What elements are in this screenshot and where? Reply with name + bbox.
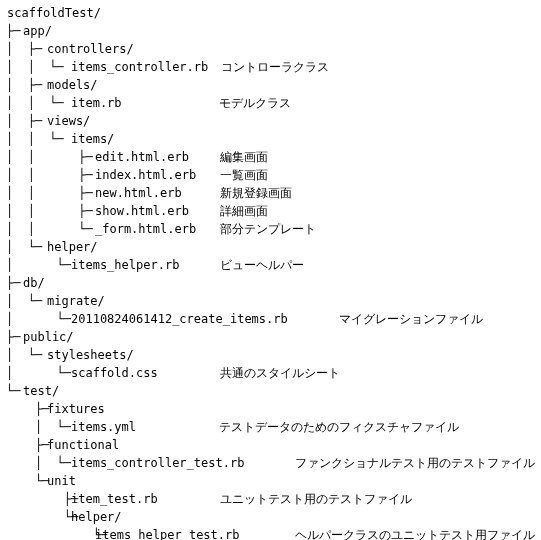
tree-row: │ ├─views/ xyxy=(6,112,535,130)
tree-row: │ │ ├─show.html.erb詳細画面 xyxy=(6,202,535,220)
tree-row: │ └─20110824061412_create_items.rbマイグレーシ… xyxy=(6,310,535,328)
tree-row: └─helper/ xyxy=(6,508,535,526)
tree-row: │ └─helper/ xyxy=(6,238,535,256)
tree-node-name: scaffold.css xyxy=(70,364,158,382)
tree-row: │ └─stylesheets/ xyxy=(6,346,535,364)
tree-node-name: app/ xyxy=(22,22,52,40)
tree-node-name: item.rb xyxy=(70,94,122,112)
tree-guides: └─ xyxy=(6,508,70,526)
tree-guides: ├─ xyxy=(6,490,70,508)
tree-node-name: test/ xyxy=(22,382,59,400)
tree-guides: │ └─ xyxy=(6,364,70,382)
tree-row: │ │ └─items/ xyxy=(6,130,535,148)
tree-node-name: fixtures xyxy=(46,400,105,418)
tree-guides: │ └─ xyxy=(6,418,70,436)
tree-node-name: controllers/ xyxy=(46,40,134,58)
tree-node-name: 20110824061412_create_items.rb xyxy=(70,310,288,328)
tree-node-description: ファンクショナルテスト用のテストファイル xyxy=(295,454,535,472)
tree-row: └─test/ xyxy=(6,382,535,400)
tree-node-name: new.html.erb xyxy=(94,184,182,202)
tree-guides: ├─ xyxy=(6,274,22,292)
tree-row: │ ├─models/ xyxy=(6,76,535,94)
tree-guides: │ │ ├─ xyxy=(6,184,94,202)
tree-row: │ └─items.ymlテストデータのためのフィクスチャファイル xyxy=(6,418,535,436)
tree-node-description: ビューヘルパー xyxy=(220,256,304,274)
tree-node-name: migrate/ xyxy=(46,292,105,310)
tree-guides: ├─ xyxy=(6,22,22,40)
tree-node-name: item_test.rb xyxy=(70,490,158,508)
tree-node-name: stylesheets/ xyxy=(46,346,134,364)
tree-guides: │ ├─ xyxy=(6,76,46,94)
tree-node-description: テストデータのためのフィクスチャファイル xyxy=(219,418,459,436)
tree-guides: ├─ xyxy=(6,400,46,418)
tree-node-name: items_controller_test.rb xyxy=(70,454,244,472)
tree-guides: └─ xyxy=(6,472,46,490)
tree-node-name: db/ xyxy=(22,274,45,292)
tree-guides: │ │ ├─ xyxy=(6,202,94,220)
tree-node-name: scaffoldTest/ xyxy=(6,4,101,22)
tree-node-description: ヘルパークラスのユニットテスト用ファイル xyxy=(295,526,535,540)
tree-node-description: 一覧画面 xyxy=(220,166,268,184)
tree-guides: │ │ ├─ xyxy=(6,148,94,166)
tree-row: └─unit xyxy=(6,472,535,490)
tree-guides: │ └─ xyxy=(6,454,70,472)
tree-row: │ │ ├─new.html.erb新規登録画面 xyxy=(6,184,535,202)
tree-row: │ └─scaffold.css共通のスタイルシート xyxy=(6,364,535,382)
tree-guides: ├─ xyxy=(6,436,46,454)
tree-row: │ │ ├─index.html.erb一覧画面 xyxy=(6,166,535,184)
tree-row: ├─item_test.rbユニットテスト用のテストファイル xyxy=(6,490,535,508)
tree-node-description: 編集画面 xyxy=(220,148,268,166)
tree-row: │ │ ├─edit.html.erb編集画面 xyxy=(6,148,535,166)
tree-guides: ├─ xyxy=(6,328,22,346)
tree-node-description: モデルクラス xyxy=(219,94,291,112)
tree-node-description: マイグレーションファイル xyxy=(339,310,483,328)
tree-node-name: _form.html.erb xyxy=(94,220,196,238)
tree-guides: └─ xyxy=(6,382,22,400)
tree-guides: │ └─ xyxy=(6,310,70,328)
tree-row: │ │ └─item.rbモデルクラス xyxy=(6,94,535,112)
tree-row: ├─public/ xyxy=(6,328,535,346)
tree-guides: │ └─ xyxy=(6,256,70,274)
tree-row: ├─fixtures xyxy=(6,400,535,418)
tree-node-name: items_helper.rb xyxy=(70,256,179,274)
tree-node-description: コントローラクラス xyxy=(221,58,329,76)
tree-row: ├─db/ xyxy=(6,274,535,292)
tree-node-name: items_controller.rb xyxy=(70,58,208,76)
tree-node-name: edit.html.erb xyxy=(94,148,189,166)
tree-guides: │ │ └─ xyxy=(6,130,70,148)
tree-guides: │ │ ├─ xyxy=(6,166,94,184)
tree-node-name: functional xyxy=(46,436,119,454)
tree-node-name: show.html.erb xyxy=(94,202,189,220)
tree-node-name: unit xyxy=(46,472,76,490)
tree-node-description: 詳細画面 xyxy=(220,202,268,220)
tree-node-name: items_helper_test.rb xyxy=(94,526,240,540)
directory-tree: scaffoldTest/├─app/│ ├─controllers/│ │ └… xyxy=(6,4,535,540)
tree-guides: │ ├─ xyxy=(6,112,46,130)
tree-row: │ └─migrate/ xyxy=(6,292,535,310)
tree-row: └─items_helper_test.rbヘルパークラスのユニットテスト用ファ… xyxy=(6,526,535,540)
tree-guides: │ │ └─ xyxy=(6,94,70,112)
tree-guides: │ └─ xyxy=(6,238,46,256)
tree-row: │ │ └─_form.html.erb部分テンプレート xyxy=(6,220,535,238)
tree-row: │ └─items_controller_test.rbファンクショナルテスト用… xyxy=(6,454,535,472)
tree-guides: │ │ └─ xyxy=(6,220,94,238)
tree-guides: └─ xyxy=(6,526,94,540)
tree-row: │ │ └─items_controller.rbコントローラクラス xyxy=(6,58,535,76)
tree-node-name: views/ xyxy=(46,112,90,130)
tree-node-name: items.yml xyxy=(70,418,136,436)
tree-node-description: ユニットテスト用のテストファイル xyxy=(220,490,412,508)
tree-node-name: public/ xyxy=(22,328,74,346)
tree-node-name: helper/ xyxy=(70,508,122,526)
tree-row: │ └─items_helper.rbビューヘルパー xyxy=(6,256,535,274)
tree-node-description: 共通のスタイルシート xyxy=(220,364,340,382)
tree-node-name: index.html.erb xyxy=(94,166,196,184)
tree-row: ├─app/ xyxy=(6,22,535,40)
tree-node-name: items/ xyxy=(70,130,114,148)
tree-node-description: 新規登録画面 xyxy=(220,184,292,202)
tree-node-name: models/ xyxy=(46,76,98,94)
tree-node-name: helper/ xyxy=(46,238,98,256)
tree-row: scaffoldTest/ xyxy=(6,4,535,22)
tree-guides: │ ├─ xyxy=(6,40,46,58)
tree-guides: │ └─ xyxy=(6,346,46,364)
tree-guides: │ └─ xyxy=(6,292,46,310)
